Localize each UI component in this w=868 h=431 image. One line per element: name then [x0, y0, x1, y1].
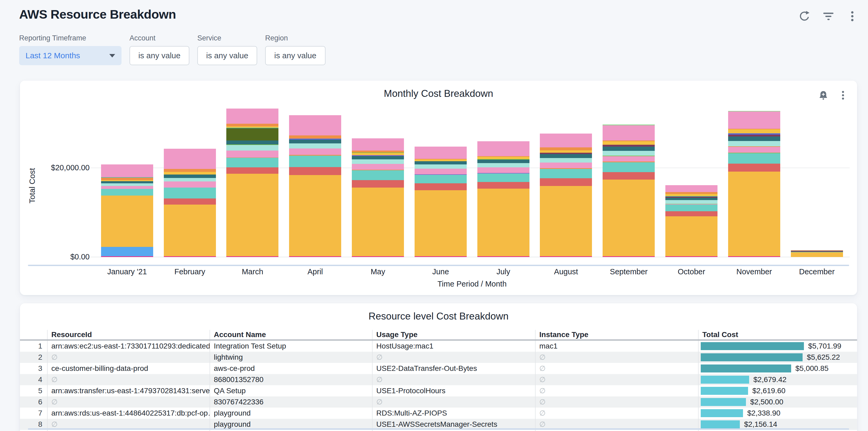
alert-bell-plus-icon[interactable]	[817, 89, 830, 101]
bar-segment-orange[interactable]	[164, 169, 216, 172]
bar-segment-pink[interactable]	[477, 167, 529, 173]
bar-segment-amber[interactable]	[414, 190, 467, 256]
filter-icon[interactable]	[822, 10, 835, 22]
bar-segment-orange[interactable]	[289, 135, 341, 138]
bar-segment-orange[interactable]	[352, 151, 404, 153]
bar-segment-lcyan[interactable]	[665, 200, 717, 204]
bar-segment-teal[interactable]	[414, 175, 467, 183]
bar-segment-yellow[interactable]	[352, 153, 404, 155]
bar-segment-amber[interactable]	[791, 252, 843, 257]
bar-segment-magenta[interactable]	[226, 256, 278, 257]
bar-segment-amber[interactable]	[352, 188, 404, 256]
bar-segment-teal[interactable]	[101, 189, 153, 195]
bar-segment-dteal[interactable]	[226, 141, 278, 145]
bar-segment-yellow[interactable]	[540, 150, 592, 153]
bar-segment-pink[interactable]	[602, 125, 655, 141]
bar-segment-yellow[interactable]	[164, 172, 216, 175]
bar-segment-red[interactable]	[602, 172, 655, 180]
bar-segment-amber[interactable]	[289, 175, 341, 256]
header-instance-type[interactable]: Instance Type	[535, 330, 698, 340]
bar-segment-amber[interactable]	[540, 186, 592, 256]
bar-segment-teal[interactable]	[289, 156, 341, 167]
bar-segment-orange[interactable]	[540, 147, 592, 150]
bar-segment-lcyan[interactable]	[602, 151, 655, 156]
bar-segment-amber[interactable]	[226, 174, 278, 256]
bar-segment-red[interactable]	[414, 183, 467, 190]
chart-more-menu-icon[interactable]	[837, 89, 849, 101]
bar-segment-amber[interactable]	[101, 195, 153, 247]
bar-segment-pink[interactable]	[164, 149, 216, 169]
bar-segment-dteal[interactable]	[540, 154, 592, 158]
bar-segment-lcyan[interactable]	[164, 178, 216, 181]
bar-segment-amber[interactable]	[728, 172, 780, 256]
bar-segment-yellow[interactable]	[414, 159, 467, 161]
bar-segment-teal[interactable]	[226, 158, 278, 167]
bar-segment-pink[interactable]	[101, 164, 153, 177]
bar-segment-magenta[interactable]	[728, 256, 780, 257]
stacked-bar-february[interactable]	[164, 149, 216, 257]
service-filter-button[interactable]: is any value	[197, 46, 257, 65]
bar-segment-red[interactable]	[665, 211, 717, 216]
bar-segment-dteal[interactable]	[164, 175, 216, 178]
bar-segment-magenta[interactable]	[602, 256, 655, 257]
stacked-bar-december[interactable]	[791, 250, 843, 257]
bar-segment-lcyan[interactable]	[477, 163, 529, 167]
bar-segment-red[interactable]	[164, 198, 216, 205]
bar-segment-pink[interactable]	[477, 141, 529, 156]
bar-segment-lcyan[interactable]	[101, 183, 153, 186]
bar-segment-dteal[interactable]	[665, 198, 717, 200]
chart-horizontal-scrollbar[interactable]	[28, 265, 849, 266]
bar-segment-lcyan[interactable]	[352, 159, 404, 164]
bar-segment-magenta[interactable]	[352, 256, 404, 257]
bar-segment-pink[interactable]	[352, 138, 404, 151]
bar-segment-red[interactable]	[728, 164, 780, 172]
bar-segment-magenta[interactable]	[101, 256, 153, 257]
bar-segment-lcyan[interactable]	[540, 158, 592, 162]
bar-segment-yellow[interactable]	[477, 157, 529, 159]
header-resource-id[interactable]: ResourceId	[47, 330, 210, 340]
bar-segment-maroon[interactable]	[602, 145, 655, 147]
bar-segment-pink[interactable]	[414, 147, 467, 159]
bar-segment-pink[interactable]	[164, 181, 216, 188]
timeframe-dropdown[interactable]: Last 12 Months	[19, 46, 122, 65]
bar-segment-blue[interactable]	[101, 247, 153, 256]
bar-segment-lcyan[interactable]	[414, 164, 467, 169]
bar-segment-pink[interactable]	[602, 156, 655, 161]
bar-segment-dteal[interactable]	[728, 136, 780, 141]
bar-segment-red[interactable]	[226, 167, 278, 174]
bar-segment-yellow[interactable]	[665, 194, 717, 196]
bar-segment-amber[interactable]	[665, 216, 717, 256]
bar-segment-pink[interactable]	[352, 164, 404, 170]
bar-segment-orange[interactable]	[665, 192, 717, 194]
bar-segment-magenta[interactable]	[665, 256, 717, 257]
stacked-bar-august[interactable]	[540, 133, 592, 257]
more-menu-icon[interactable]	[846, 10, 859, 22]
account-filter-button[interactable]: is any value	[129, 46, 189, 65]
bar-segment-magenta[interactable]	[414, 256, 467, 257]
stacked-bar-april[interactable]	[289, 115, 341, 257]
bar-segment-pink[interactable]	[540, 162, 592, 168]
bar-segment-yellow[interactable]	[602, 141, 655, 145]
stacked-bar-october[interactable]	[665, 185, 717, 257]
bar-segment-pink[interactable]	[226, 151, 278, 157]
refresh-icon[interactable]	[798, 10, 811, 22]
region-filter-button[interactable]: is any value	[265, 46, 326, 65]
bar-segment-amber[interactable]	[164, 205, 216, 256]
bar-segment-magenta[interactable]	[477, 256, 529, 257]
bar-segment-teal[interactable]	[164, 188, 216, 198]
bar-segment-red[interactable]	[477, 182, 529, 189]
bar-segment-dteal[interactable]	[414, 161, 467, 164]
stacked-bar-june[interactable]	[414, 147, 467, 257]
stacked-bar-july[interactable]	[477, 141, 529, 257]
bar-segment-dteal[interactable]	[352, 156, 404, 159]
bar-segment-teal[interactable]	[352, 170, 404, 180]
table-horizontal-scrollbar[interactable]	[28, 428, 849, 430]
bar-segment-amber[interactable]	[477, 189, 529, 256]
bar-segment-orange[interactable]	[226, 124, 278, 126]
bar-segment-pink[interactable]	[101, 186, 153, 189]
stacked-bar-may[interactable]	[352, 138, 404, 257]
bar-segment-pink[interactable]	[289, 115, 341, 135]
bar-segment-magenta[interactable]	[164, 256, 216, 257]
bar-segment-red[interactable]	[289, 167, 341, 175]
stacked-bar-january-21[interactable]	[101, 164, 153, 257]
